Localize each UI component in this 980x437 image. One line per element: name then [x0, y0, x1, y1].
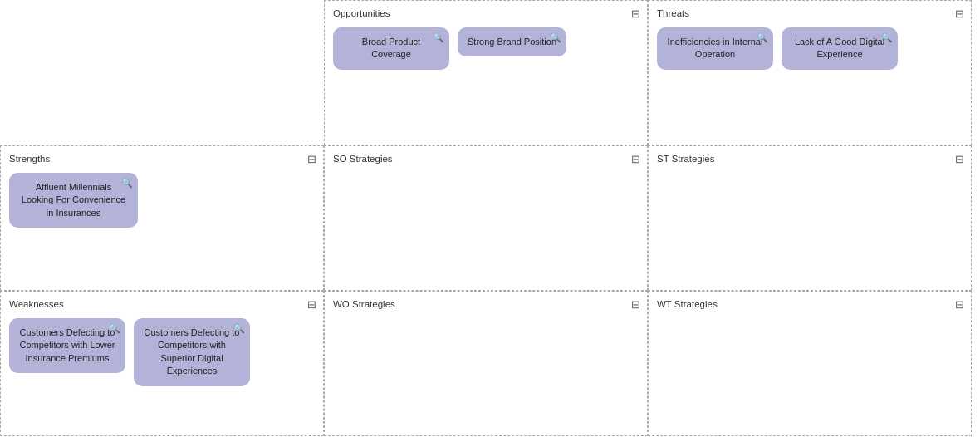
wt-strategies-archive-icon[interactable]: ⊟ [955, 298, 964, 311]
tag-inefficiencies[interactable]: 🔍 Inefficiencies in Internal Operation [657, 27, 773, 70]
wt-strategies-label: WT Strategies [657, 299, 718, 309]
swot-grid: Opportunities ⊟ 🔍 Broad Product Coverage… [0, 0, 980, 436]
tag-broad-product[interactable]: 🔍 Broad Product Coverage [333, 27, 449, 70]
cell-wt-strategies: WT Strategies ⊟ [648, 291, 972, 436]
cell-weaknesses: Weaknesses ⊟ 🔍 Customers Defecting to Co… [0, 291, 324, 436]
threats-archive-icon[interactable]: ⊟ [955, 7, 964, 20]
st-strategies-label: ST Strategies [657, 154, 714, 164]
affluent-label: Affluent Millennials Looking For Conveni… [19, 181, 128, 219]
st-strategies-archive-icon[interactable]: ⊟ [955, 153, 964, 165]
opportunities-label: Opportunities [333, 8, 390, 18]
so-strategies-label: SO Strategies [333, 154, 393, 164]
weaknesses-items: 🔍 Customers Defecting to Competitors wit… [9, 310, 315, 386]
broad-product-label: Broad Product Coverage [343, 36, 439, 61]
cell-strengths: Strengths ⊟ 🔍 Affluent Millennials Looki… [0, 145, 324, 291]
threats-label: Threats [657, 8, 689, 18]
cell-st-strategies: ST Strategies ⊟ [648, 145, 972, 291]
customers-digital-label: Customers Defecting to Competitors with … [144, 327, 240, 378]
customers-digital-search-icon[interactable]: 🔍 [233, 322, 245, 335]
customers-lower-label: Customers Defecting to Competitors with … [19, 327, 115, 365]
lack-digital-label: Lack of A Good Digital Experience [791, 36, 888, 61]
cell-wo-strategies: WO Strategies ⊟ [324, 291, 648, 436]
opportunities-archive-icon[interactable]: ⊟ [631, 7, 640, 20]
broad-product-search-icon[interactable]: 🔍 [433, 32, 444, 44]
so-strategies-archive-icon[interactable]: ⊟ [631, 153, 640, 165]
inefficiencies-search-icon[interactable]: 🔍 [757, 32, 768, 44]
weaknesses-archive-icon[interactable]: ⊟ [307, 298, 316, 311]
threats-items: 🔍 Inefficiencies in Internal Operation 🔍… [657, 19, 963, 70]
cell-threats: Threats ⊟ 🔍 Inefficiencies in Internal O… [648, 0, 972, 145]
strengths-archive-icon[interactable]: ⊟ [307, 153, 316, 165]
tag-customers-lower[interactable]: 🔍 Customers Defecting to Competitors wit… [9, 318, 125, 373]
cell-empty-top-left [0, 0, 324, 145]
tag-lack-digital[interactable]: 🔍 Lack of A Good Digital Experience [782, 27, 898, 70]
tag-customers-digital[interactable]: 🔍 Customers Defecting to Competitors wit… [134, 318, 250, 386]
tag-affluent[interactable]: 🔍 Affluent Millennials Looking For Conve… [9, 173, 138, 228]
opportunities-items: 🔍 Broad Product Coverage 🔍 Strong Brand … [333, 19, 639, 70]
wo-strategies-archive-icon[interactable]: ⊟ [631, 298, 640, 311]
tag-strong-brand[interactable]: 🔍 Strong Brand Position [458, 27, 566, 56]
affluent-search-icon[interactable]: 🔍 [121, 177, 133, 189]
strong-brand-search-icon[interactable]: 🔍 [550, 32, 561, 44]
inefficiencies-label: Inefficiencies in Internal Operation [667, 36, 763, 61]
wo-strategies-label: WO Strategies [333, 299, 395, 309]
cell-so-strategies: SO Strategies ⊟ [324, 145, 648, 291]
strengths-items: 🔍 Affluent Millennials Looking For Conve… [9, 164, 315, 228]
customers-lower-search-icon[interactable]: 🔍 [109, 322, 120, 335]
lack-digital-search-icon[interactable]: 🔍 [881, 32, 893, 44]
strengths-label: Strengths [9, 154, 50, 164]
cell-opportunities: Opportunities ⊟ 🔍 Broad Product Coverage… [324, 0, 648, 145]
strong-brand-label: Strong Brand Position [468, 36, 556, 48]
weaknesses-label: Weaknesses [9, 299, 64, 309]
